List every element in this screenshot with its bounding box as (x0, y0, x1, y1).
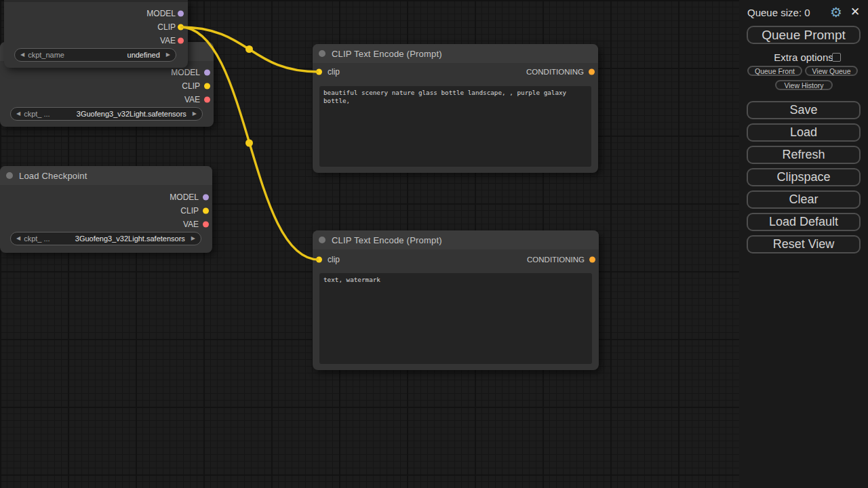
clip-input-dot[interactable] (316, 257, 322, 263)
slot-label: MODEL (170, 192, 199, 202)
slot-label: VAE (160, 36, 176, 45)
clip-output-dot[interactable] (203, 208, 209, 214)
output-slot-clip[interactable]: CLIP (0, 79, 214, 93)
ckpt-name-widget[interactable]: ◀ ckpt_name undefined ▶ (14, 48, 176, 62)
vae-output-dot[interactable] (204, 97, 210, 103)
load-checkpoint-node-bottom[interactable]: Load Checkpoint MODEL CLIP VAE ◀ ckpt_ .… (0, 166, 212, 253)
clip-text-encode-node-negative[interactable]: CLIP Text Encode (Prompt) clip CONDITION… (313, 230, 599, 370)
node-collapse-dot-icon[interactable] (6, 172, 13, 179)
input-slot-label: clip (328, 255, 340, 264)
combo-left-arrow-icon[interactable]: ◀ (16, 111, 20, 117)
clipspace-button[interactable]: Clipspace (747, 168, 861, 186)
widget-label: ckpt_name (28, 51, 64, 59)
node-title: CLIP Text Encode (Prompt) (332, 235, 442, 245)
model-output-dot[interactable] (178, 11, 184, 17)
load-default-button[interactable]: Load Default (747, 213, 861, 231)
output-slot-label: CONDITIONING (526, 68, 584, 76)
queue-prompt-button[interactable]: Queue Prompt (747, 26, 861, 44)
io-slot-row: clip CONDITIONING (313, 253, 599, 266)
node-title-bar[interactable]: CLIP Text Encode (Prompt) (313, 44, 598, 63)
combo-right-arrow-icon[interactable]: ▶ (191, 236, 195, 241)
clear-button[interactable]: Clear (747, 190, 861, 209)
prompt-textarea[interactable]: beautiful scenery nature glass bottle la… (319, 86, 591, 167)
clip-input-dot[interactable] (316, 69, 322, 75)
output-slot-vae[interactable]: VAE (4, 34, 188, 47)
ckpt-name-widget[interactable]: ◀ ckpt_ ... 3Guofeng3_v32Light.safetenso… (10, 232, 201, 245)
widget-label: ckpt_ ... (24, 110, 50, 118)
view-queue-button[interactable]: View Queue (805, 66, 858, 76)
widget-value: 3Guofeng3_v32Light.safetensors (54, 110, 186, 118)
combo-left-arrow-icon[interactable]: ◀ (20, 52, 24, 58)
slot-label: MODEL (171, 68, 200, 77)
output-slot-model[interactable]: MODEL (4, 7, 188, 20)
output-slot-model[interactable]: MODEL (0, 66, 214, 79)
output-slot-label: CONDITIONING (527, 256, 585, 264)
input-slot-label: clip (328, 67, 340, 77)
vae-output-dot[interactable] (178, 38, 184, 44)
node-title: CLIP Text Encode (Prompt) (332, 49, 442, 59)
output-slot-clip[interactable]: CLIP (0, 204, 212, 218)
combo-right-arrow-icon[interactable]: ▶ (166, 52, 170, 58)
link-midpoint-dot (245, 140, 253, 147)
queue-front-button[interactable]: Queue Front (747, 66, 802, 76)
node-title-seam (4, 0, 188, 2)
extra-options-checkbox[interactable] (832, 53, 841, 62)
combo-left-arrow-icon[interactable]: ◀ (16, 236, 20, 241)
slot-label: MODEL (146, 9, 176, 18)
conditioning-output-dot[interactable] (589, 69, 595, 75)
prompt-textarea[interactable]: text, watermark (319, 273, 592, 364)
save-button[interactable]: Save (747, 101, 861, 119)
link-midpoint-dot (245, 45, 253, 53)
model-output-dot[interactable] (204, 70, 210, 76)
node-collapse-dot-icon[interactable] (319, 237, 326, 243)
load-button[interactable]: Load (747, 123, 861, 142)
node-title-bar[interactable]: Load Checkpoint (0, 166, 212, 185)
refresh-button[interactable]: Refresh (747, 146, 861, 164)
slot-label: VAE (184, 95, 200, 104)
io-slot-row: clip CONDITIONING (313, 65, 598, 79)
clip-output-dot[interactable] (204, 83, 210, 89)
clip-text-encode-node-positive[interactable]: CLIP Text Encode (Prompt) clip CONDITION… (313, 44, 598, 173)
node-title-bar[interactable]: CLIP Text Encode (Prompt) (313, 230, 599, 249)
graph-canvas[interactable]: MODEL CLIP VAE ◀ ckpt_ ... 3Guofeng3_v32… (0, 0, 739, 488)
node-collapse-dot-icon[interactable] (319, 50, 326, 57)
output-slot-vae[interactable]: VAE (0, 93, 214, 106)
node-title: Load Checkpoint (19, 171, 87, 181)
widget-label: ckpt_ ... (24, 235, 50, 243)
clip-output-dot[interactable] (178, 24, 184, 30)
widget-value: undefined (68, 51, 160, 59)
slot-label: CLIP (157, 22, 176, 32)
slot-label: CLIP (180, 206, 199, 216)
widget-value: 3Guofeng3_v32Light.safetensors (54, 235, 185, 243)
reset-view-button[interactable]: Reset View (747, 235, 861, 253)
slot-label: CLIP (182, 81, 200, 91)
model-output-dot[interactable] (203, 195, 209, 201)
combo-right-arrow-icon[interactable]: ▶ (193, 111, 197, 117)
conditioning-output-dot[interactable] (589, 257, 595, 263)
ckpt-name-widget[interactable]: ◀ ckpt_ ... 3Guofeng3_v32Light.safetenso… (10, 107, 203, 121)
extra-options-label: Extra options (739, 52, 868, 63)
output-slot-model[interactable]: MODEL (0, 190, 212, 204)
slot-label: VAE (183, 220, 199, 229)
vae-output-dot[interactable] (203, 222, 209, 228)
output-slot-clip[interactable]: CLIP (4, 20, 188, 34)
load-checkpoint-node-top[interactable]: MODEL CLIP VAE ◀ ckpt_name undefined ▶ (4, 0, 188, 68)
view-history-button[interactable]: View History (775, 80, 833, 90)
output-slot-vae[interactable]: VAE (0, 218, 212, 231)
